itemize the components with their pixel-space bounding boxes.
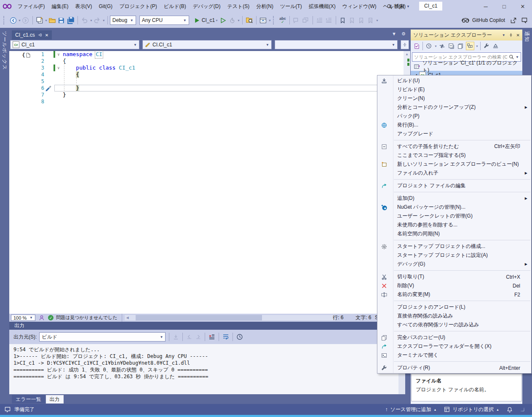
- filter-dropdown-icon[interactable]: ▼: [434, 45, 437, 48]
- zoom-dropdown[interactable]: 100 %▼: [11, 315, 35, 321]
- context-menu-item[interactable]: 完全パスのコピー(U): [377, 333, 531, 342]
- toolbar-grip[interactable]: [273, 16, 276, 24]
- previous-message-icon[interactable]: [186, 334, 192, 340]
- uncomment-button[interactable]: [301, 16, 310, 25]
- context-menu-item[interactable]: NuGet パッケージの管理(N)...: [377, 203, 531, 212]
- context-menu-item[interactable]: エクスプローラーでフォルダーを開く(X): [377, 342, 531, 351]
- pin-icon[interactable]: [509, 33, 513, 37]
- solution-platforms-dropdown[interactable]: Any CPU▼: [139, 16, 189, 25]
- error-list-tab[interactable]: エラー一覧: [12, 395, 45, 404]
- menubar-item[interactable]: ウィンドウ(W): [339, 0, 380, 13]
- context-menu-item[interactable]: プロパティ(R)Alt+Enter: [377, 363, 531, 372]
- menubar-item[interactable]: ファイル(F): [14, 0, 48, 13]
- open-folder-button[interactable]: [48, 16, 57, 25]
- search-icon[interactable]: [509, 54, 514, 59]
- tab-options-gear-icon[interactable]: ⚙: [401, 31, 406, 37]
- context-menu-item[interactable]: スタートアップ プロジェクトの構成...: [377, 242, 531, 251]
- project-dropdown[interactable]: C# CI_c1 ▼: [10, 40, 139, 49]
- file-nesting-dropdown-icon[interactable]: ▼: [476, 45, 479, 48]
- start-debugging-label[interactable]: CI_c1: [202, 17, 215, 23]
- code-line[interactable]: 2{: [9, 58, 404, 65]
- context-menu-item[interactable]: 名前空間の同期(N): [377, 229, 531, 238]
- share-icon[interactable]: [510, 17, 517, 24]
- context-menu-item[interactable]: パック(P): [377, 112, 531, 121]
- scroll-left-icon[interactable]: ◀: [125, 315, 130, 320]
- health-status-label[interactable]: 問題は見つかりませんでした: [56, 315, 118, 321]
- navigate-back-button[interactable]: [8, 16, 18, 25]
- previous-bookmark-button[interactable]: [348, 16, 357, 25]
- health-check-icon[interactable]: ✓: [48, 315, 53, 320]
- decrease-indent-button[interactable]: [315, 16, 324, 25]
- window-dropdown-icon[interactable]: ▼: [268, 19, 271, 22]
- goto-message-icon[interactable]: [173, 334, 179, 340]
- close-button[interactable]: ✕: [513, 0, 532, 13]
- properties-copy-icon[interactable]: [457, 42, 465, 50]
- close-panel-icon[interactable]: ✕: [516, 33, 520, 38]
- menubar-item[interactable]: デバッグ(D): [190, 0, 224, 13]
- context-menu-item[interactable]: 新しいソリューション エクスプローラーのビュー(N): [377, 160, 531, 169]
- context-menu-item[interactable]: ユーザー シークレットの管理(G): [377, 212, 531, 221]
- bookmarks-dropdown-icon[interactable]: ▼: [376, 19, 379, 22]
- increase-indent-button[interactable]: [324, 16, 334, 25]
- code-line[interactable]: 1∨namespace CI: [9, 51, 404, 58]
- toolbox-tab[interactable]: ツールボックス: [1, 31, 8, 70]
- member-dropdown[interactable]: ▼: [275, 40, 398, 49]
- type-dropdown[interactable]: CI.CI_c1 ▼: [142, 40, 272, 49]
- redo-button[interactable]: [93, 16, 102, 25]
- menubar-item[interactable]: 拡張機能(X): [305, 0, 339, 13]
- save-all-button[interactable]: [66, 16, 75, 25]
- redo-dropdown-icon[interactable]: ▼: [102, 19, 105, 22]
- timestamp-clock-icon[interactable]: [236, 334, 243, 340]
- code-line[interactable]: 4 {: [9, 71, 404, 78]
- github-copilot-icon[interactable]: [461, 17, 470, 23]
- toggle-bookmark-button[interactable]: [338, 16, 348, 25]
- editor-horizontal-scrollbar[interactable]: ◀: [125, 315, 335, 320]
- fold-collapse-icon[interactable]: ∨: [54, 51, 63, 58]
- context-menu-item[interactable]: 分析とコードのクリーンアップ(Z)▶: [377, 103, 531, 112]
- preview-selected-items-icon[interactable]: [492, 42, 500, 50]
- pending-changes-filter-icon[interactable]: [425, 42, 433, 50]
- context-menu-item[interactable]: ここまでスコープ指定する(S): [377, 151, 531, 160]
- close-tab-icon[interactable]: ✕: [45, 33, 48, 38]
- find-in-files-button[interactable]: [245, 16, 254, 25]
- navigate-back-dropdown-icon[interactable]: ▼: [18, 19, 21, 22]
- next-bookmark-button[interactable]: [357, 16, 366, 25]
- github-copilot-label[interactable]: GitHub Copilot: [472, 17, 505, 23]
- properties-wrench-icon[interactable]: [482, 42, 491, 50]
- feedback-bubble-icon[interactable]: [4, 406, 11, 413]
- context-menu-item[interactable]: 追加(D)▶: [377, 194, 531, 203]
- collapse-all-icon[interactable]: [447, 42, 456, 50]
- scroll-up-icon[interactable]: ▲: [404, 51, 410, 57]
- context-menu-item[interactable]: クリーン(N): [377, 94, 531, 103]
- context-menu-item[interactable]: 未使用の参照を削除する...: [377, 221, 531, 229]
- context-menu-item[interactable]: ファイルの入れ子▶: [377, 169, 531, 178]
- live-share-icon[interactable]: [39, 315, 45, 321]
- sync-with-active-document-icon[interactable]: [438, 42, 446, 50]
- maximize-button[interactable]: □: [495, 0, 513, 13]
- context-menu-item[interactable]: アップグレード: [377, 129, 531, 138]
- clear-bookmarks-button[interactable]: [366, 16, 375, 25]
- feedback-icon[interactable]: [521, 17, 528, 24]
- output-source-dropdown[interactable]: ビルド▼: [39, 332, 166, 342]
- menubar-item[interactable]: ツール(T): [277, 0, 305, 13]
- context-menu-item[interactable]: すべての子孫を折りたたむCtrl+左矢印: [377, 142, 531, 151]
- hot-reload-dropdown-icon[interactable]: ▼: [237, 19, 240, 22]
- save-button[interactable]: [57, 16, 66, 25]
- start-debugging-dropdown-icon[interactable]: ▼: [215, 19, 218, 22]
- tab-list-dropdown-icon[interactable]: ▼: [392, 31, 396, 37]
- context-menu-item[interactable]: デバッグ(G)▶: [377, 260, 531, 269]
- context-menu-item[interactable]: 直接依存関係の読み込み: [377, 312, 531, 320]
- output-panel-title[interactable]: 出力: [9, 322, 405, 330]
- search-box[interactable]: 検索 ▼: [387, 0, 410, 13]
- file-nesting-icon[interactable]: [466, 42, 474, 50]
- menubar-item[interactable]: プロジェクト(P): [116, 0, 160, 13]
- context-menu-item[interactable]: プロジェクト ファイルの編集: [377, 181, 531, 190]
- screwdriver-icon[interactable]: [45, 86, 51, 92]
- solution-configurations-dropdown[interactable]: Debug▼: [110, 16, 136, 25]
- add-to-source-control-button[interactable]: ↑ ソース管理に追加 ▲: [385, 406, 437, 413]
- search-options-dropdown-icon[interactable]: ▼: [516, 55, 519, 59]
- new-project-button[interactable]: [35, 16, 44, 25]
- code-line[interactable]: 6 }: [9, 85, 404, 91]
- code-line[interactable]: 3∨ public class CI_c1: [9, 65, 404, 71]
- context-menu-item[interactable]: ビルド(U): [377, 76, 531, 85]
